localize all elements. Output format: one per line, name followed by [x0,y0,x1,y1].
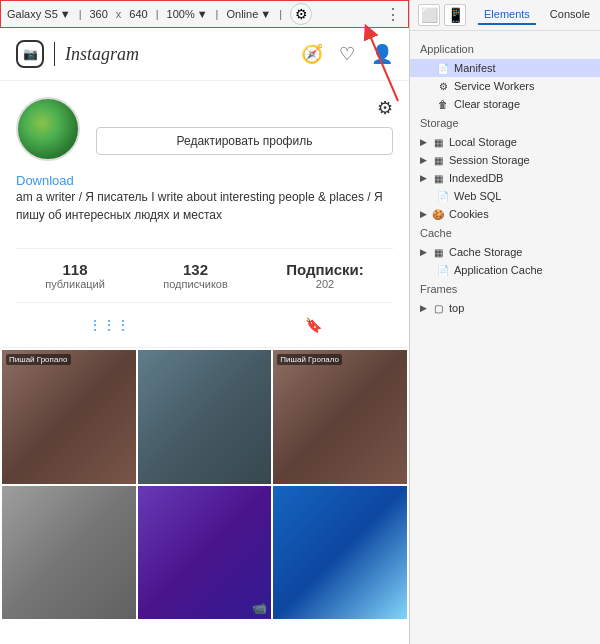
application-cache-icon: 📄 [436,263,450,277]
inspect-icon-btn[interactable]: ⬜ [418,4,440,26]
mobile-frame: 📷 Instagram 🧭 ♡ 👤 ⚙ Редактировать профил… [0,28,409,644]
download-link[interactable]: Download [16,173,393,188]
grid-tab-saved[interactable]: 🔖 [285,313,342,337]
more-button[interactable]: ⋮ [385,5,402,24]
toolbar: Galaxy S5 ▼ | 360 x 640 | 100% ▼ | Onlin… [0,0,409,28]
network-selector[interactable]: Online ▼ [226,8,271,20]
profile-right: ⚙ Редактировать профиль [96,97,393,155]
stat-following: Подписки: 202 [286,261,364,290]
local-storage-icon: ▦ [431,135,445,149]
profile-icon[interactable]: 👤 [371,43,393,65]
photo-cell-6[interactable] [273,486,407,620]
tab-elements[interactable]: Elements [478,5,536,25]
profile-section: ⚙ Редактировать профиль Download am a wr… [0,81,409,248]
instagram-header: 📷 Instagram 🧭 ♡ 👤 [0,28,409,81]
tree-item-cache-storage[interactable]: ▶ ▦ Cache Storage [410,243,600,261]
toolbar-x: x [116,8,122,20]
tree-item-top[interactable]: ▶ ▢ top [410,299,600,317]
photo-cell-4[interactable] [2,486,136,620]
zoom-selector[interactable]: 100% ▼ [167,8,208,20]
session-storage-icon: ▦ [431,153,445,167]
height-input[interactable]: 640 [129,8,147,20]
grid-tab-photos[interactable]: ⋮⋮⋮ [68,313,150,337]
tree-item-manifest[interactable]: 📄 Manifest [410,59,600,77]
toolbar-separator-4: | [279,8,282,20]
section-cache-label: Cache [410,223,600,243]
left-panel: Galaxy S5 ▼ | 360 x 640 | 100% ▼ | Onlin… [0,0,410,644]
video-icon: 📹 [252,601,267,615]
cookies-icon: 🍪 [431,207,445,221]
photo-cell-2[interactable] [138,350,272,484]
tree-item-indexeddb[interactable]: ▶ ▦ IndexedDB [410,169,600,187]
service-workers-icon: ⚙ [436,79,450,93]
logo-divider [54,42,55,66]
devtools-content: Application 📄 Manifest ⚙ Service Workers… [410,31,600,644]
frames-icon: ▢ [431,301,445,315]
stat-followers: 132 подписчиков [163,261,228,290]
section-frames-label: Frames [410,279,600,299]
right-panel: ⬜ 📱 Elements Console Sou Application 📄 M… [410,0,600,644]
gear-icon[interactable]: ⚙ [377,97,393,119]
header-icons: 🧭 ♡ 👤 [301,43,393,65]
bio-text: am a writer / Я писатель I write about i… [16,188,393,232]
section-application-label: Application [410,39,600,59]
instagram-logo-text: Instagram [65,44,139,65]
toolbar-separator-1: | [79,8,82,20]
tree-item-cookies[interactable]: ▶ 🍪 Cookies [410,205,600,223]
settings-button[interactable]: ⚙ [290,3,312,25]
avatar [16,97,80,161]
grid-tabs: ⋮⋮⋮ 🔖 [0,303,409,348]
indexeddb-icon: ▦ [431,171,445,185]
photo-grid: Пишай Гропало Пишай Гропало 📹 [0,348,409,621]
toolbar-separator-3: | [216,8,219,20]
cache-storage-icon: ▦ [431,245,445,259]
tree-item-web-sql[interactable]: 📄 Web SQL [410,187,600,205]
tab-console[interactable]: Console [544,5,596,25]
section-storage-label: Storage [410,113,600,133]
web-sql-icon: 📄 [436,189,450,203]
photo-cell-1[interactable]: Пишай Гропало [2,350,136,484]
devtools-tab-icons: ⬜ 📱 [418,4,466,26]
instagram-logo-icon: 📷 [16,40,44,68]
tree-item-application-cache[interactable]: 📄 Application Cache [410,261,600,279]
edit-profile-button[interactable]: Редактировать профиль [96,127,393,155]
heart-icon[interactable]: ♡ [339,43,355,65]
tree-item-clear-storage[interactable]: 🗑 Clear storage [410,95,600,113]
photo-cell-5[interactable]: 📹 [138,486,272,620]
stat-publications: 118 публикаций [45,261,105,290]
profile-actions: ⚙ [96,97,393,119]
device-selector[interactable]: Galaxy S5 ▼ [7,8,71,20]
tree-item-local-storage[interactable]: ▶ ▦ Local Storage [410,133,600,151]
clear-storage-icon: 🗑 [436,97,450,111]
tree-item-service-workers[interactable]: ⚙ Service Workers [410,77,600,95]
tree-item-session-storage[interactable]: ▶ ▦ Session Storage [410,151,600,169]
profile-top: ⚙ Редактировать профиль [16,97,393,161]
devtools-header: ⬜ 📱 Elements Console Sou [410,0,600,31]
manifest-icon: 📄 [436,61,450,75]
compass-icon[interactable]: 🧭 [301,43,323,65]
photo-cell-3[interactable]: Пишай Гропало [273,350,407,484]
mobile-icon-btn[interactable]: 📱 [444,4,466,26]
stats-row: 118 публикаций 132 подписчиков Подписки:… [16,248,393,303]
toolbar-separator-2: | [156,8,159,20]
width-input[interactable]: 360 [90,8,108,20]
